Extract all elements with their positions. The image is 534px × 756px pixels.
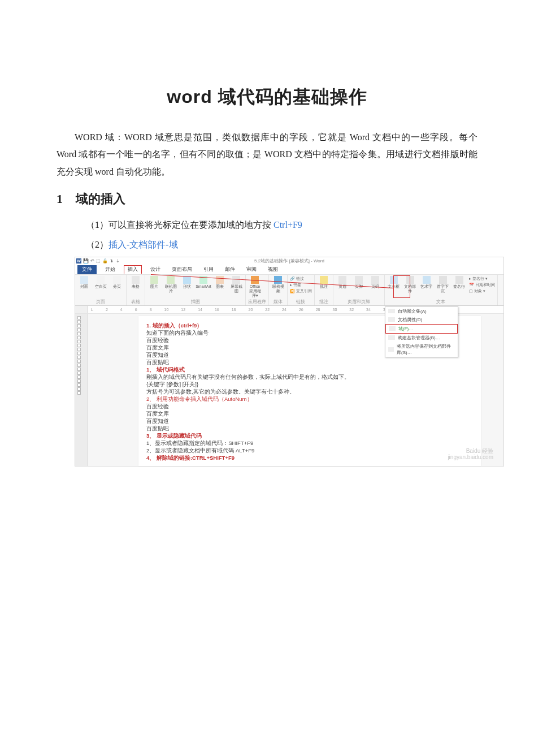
ribbon-group-label: 应用程序 [248,299,266,305]
ribbon-button[interactable]: 签名行 [453,276,466,289]
ribbon-button[interactable]: 页眉 [336,276,349,289]
doc-line: 2、 利用功能命令插入域代码（AutoNum） [146,395,473,403]
ribbon-tab[interactable]: 开始 [102,266,118,274]
ruler-mark: 10 [164,308,169,312]
step-1-text: （1）可以直接将光标定位在要添加域的地方按 [86,220,273,230]
ribbon-group: 🔗 链接▸ 书签🔀 交叉引用链接 [288,275,315,305]
ribbon-button[interactable]: 空白页 [94,276,107,289]
ribbon-icon [423,276,431,284]
ribbon-icon [338,276,346,284]
ruler-mark: 26 [299,308,303,312]
outline-node[interactable] [77,360,81,363]
tab-file[interactable]: 文件 [77,265,97,274]
doc-line: 2、显示或者隐藏文档中所有域代码 ALT+F9 [146,447,473,454]
qat-icon[interactable]: ⮯ [110,258,114,263]
menu-item[interactable]: 文档属性(D) [385,316,458,324]
outline-node[interactable] [77,348,81,351]
ribbon-button-label: 封面 [80,284,88,289]
ribbon-button[interactable]: 首字下沉 [436,276,450,293]
outline-node[interactable] [77,371,81,375]
ribbon-button[interactable]: 批注 [317,276,331,289]
ribbon-group-label: 表格 [129,299,142,305]
outline-node[interactable] [77,332,81,335]
ribbon-small-button[interactable]: 📅 日期和时间 [469,282,495,288]
ribbon-button[interactable]: 艺术字 [420,276,433,289]
outline-node[interactable] [77,320,81,323]
ribbon-button[interactable]: 形状 [180,276,194,289]
watermark-brand: Baidu 经验 [448,448,493,454]
ruler-mark: 18 [232,308,236,312]
menu-item-icon [388,335,395,340]
ribbon-button[interactable]: 联机图片 [164,276,177,293]
ribbon-icon [371,276,379,284]
outline-node[interactable] [77,375,81,379]
menu-item-label: 将所选内容保存到文档部件库(S)… [397,343,455,356]
ribbon-icon [320,276,328,284]
ribbon-tab[interactable]: 页面布局 [169,266,195,274]
ribbon-small-button[interactable]: ▢ 对象 ▾ [469,288,495,294]
qat-icon[interactable]: ⇣ [116,258,120,263]
ribbon-tab[interactable]: 设计 [147,266,163,274]
ribbon-stack: 🔗 链接▸ 书签🔀 交叉引用 [290,276,312,294]
ribbon-button[interactable]: Office 应用程序▾ [248,276,262,298]
ribbon-small-button[interactable]: ▸ 签名行 ▾ [469,276,495,282]
menu-item[interactable]: 将所选内容保存到文档部件库(S)… [385,342,458,357]
outline-node[interactable] [77,356,81,359]
doc-line: 1、显示或者隐藏指定的域代码：SHIFT+F9 [146,439,473,447]
menu-item[interactable]: 构建基块管理器(B)… [385,334,458,342]
ribbon-button-label: 分页 [113,284,121,289]
outline-node[interactable] [77,336,81,339]
ribbon-icon [80,276,88,284]
ribbon-button[interactable]: 联机视频 [271,276,285,293]
outline-node[interactable] [77,383,81,387]
qat-icon[interactable]: 🔒 [102,258,108,263]
outline-node[interactable] [77,364,81,367]
qat-icon[interactable]: 💾 [83,258,89,263]
qat-icon[interactable]: ⬚ [96,258,101,263]
doc-line: 百度贴吧 [146,425,473,432]
word-logo-icon[interactable]: W [76,258,81,263]
outline-node[interactable] [77,324,81,327]
ribbon-group: 表格表格 [127,275,145,305]
ribbon-button[interactable]: 表格 [129,276,142,289]
ribbon-button[interactable]: 图片 [147,276,161,289]
ribbon-icon [167,276,175,284]
ribbon-tab[interactable]: 引用 [201,266,216,274]
outline-node[interactable] [77,391,81,395]
outline-node[interactable] [77,368,81,371]
doc-line: 1、 域代码格式 [146,366,473,373]
ribbon-group: 批注批注 [315,275,333,305]
ribbon-tabs: 文件开始插入设计页面布局引用邮件审阅视图 [75,265,503,274]
document-parts-dropdown: 自动图文集(A)文档属性(D)域(F)…构建基块管理器(B)…将所选内容保存到文… [385,306,458,357]
ribbon-small-button[interactable]: 🔗 链接 [290,276,312,282]
doc-line: 3、 显示或隐藏域代码 [146,432,473,439]
intro-paragraph: WORD 域：WORD 域意思是范围，类似数据库中的字段，它就是 Word 文档… [57,129,477,180]
menu-item[interactable]: 自动图文集(A) [385,307,458,316]
embedded-word-screenshot: W💾↶⬚🔒⮯⇣ 5.2域的基础操作 [兼容模式] - Word 文件开始插入设计… [75,257,504,466]
outline-node[interactable] [77,387,81,391]
ribbon-icon [97,276,105,284]
ribbon-tab[interactable]: 审阅 [244,266,259,274]
ribbon-icon [150,276,158,284]
menu-item-field[interactable]: 域(F)… [385,324,458,334]
outline-node[interactable] [77,316,81,319]
ribbon-tab[interactable]: 视图 [265,266,281,274]
outline-node[interactable] [77,379,81,383]
quick-access-toolbar: W💾↶⬚🔒⮯⇣ [76,257,120,265]
outline-node[interactable] [77,352,81,355]
qat-icon[interactable]: ↶ [90,258,94,263]
ribbon-small-button[interactable]: 🔀 交叉引用 [290,288,312,294]
tab-insert[interactable]: 插入 [124,265,142,274]
ribbon-button[interactable]: 封面 [77,276,91,289]
ribbon-icon [132,276,140,284]
ribbon-button-label: 图表 [216,284,224,289]
ruler-mark: 6 [135,308,137,312]
ribbon-button[interactable]: 页脚 [352,276,366,289]
ribbon-tab[interactable]: 邮件 [222,266,238,274]
outline-node[interactable] [77,328,81,331]
word-doc-title: 5.2域的基础操作 [兼容模式] - Word [254,258,324,264]
outline-node[interactable] [77,340,81,343]
ribbon-button[interactable]: 分页 [110,276,124,289]
menu-item-icon [388,309,395,313]
outline-node[interactable] [77,344,81,347]
